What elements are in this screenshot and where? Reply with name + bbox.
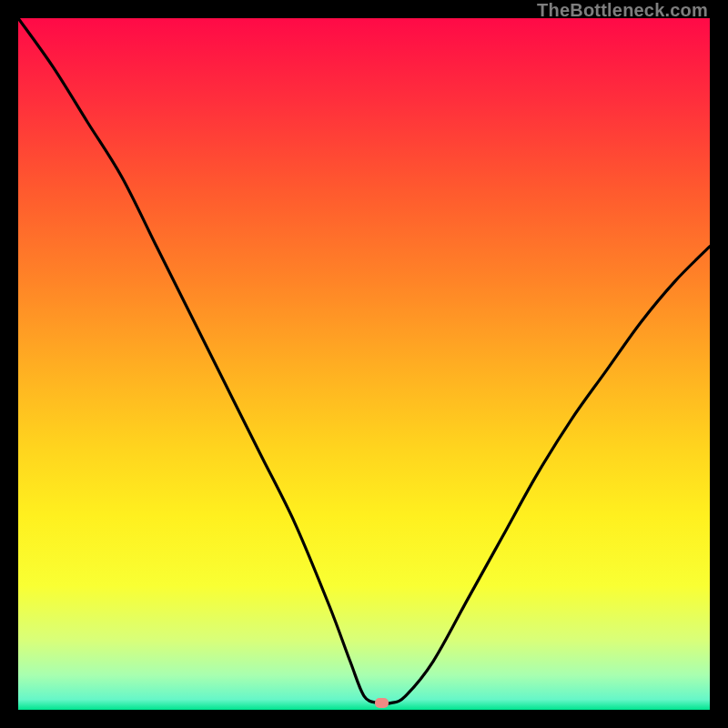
chart-frame: TheBottleneck.com [0,0,728,728]
plot-area [18,18,710,710]
optimal-point-marker [375,698,389,708]
watermark-text: TheBottleneck.com [537,0,708,21]
bottleneck-curve [18,18,710,710]
